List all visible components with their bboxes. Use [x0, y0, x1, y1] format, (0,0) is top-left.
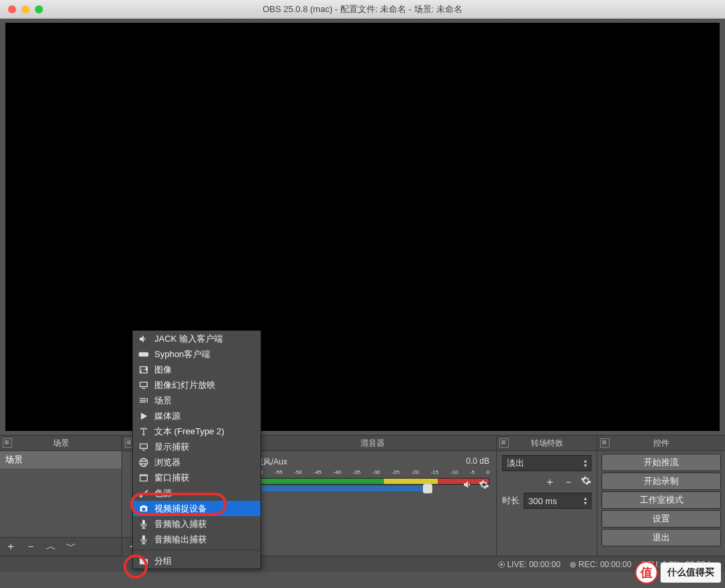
menu-item-label: 场景	[154, 395, 172, 407]
mixer-settings-icon[interactable]	[479, 479, 489, 492]
menu-item-label: 音频输出捕获	[154, 534, 207, 546]
remove-scene-button[interactable]: －	[24, 540, 38, 554]
watermark: 值 什么值得买	[635, 561, 721, 584]
controls-header: 控件	[597, 435, 725, 451]
scenes-panel: 场景 场景 ＋ － ︿ ﹀	[0, 435, 122, 556]
menu-item-label: 浏览器	[154, 456, 181, 469]
preview-area	[0, 19, 725, 435]
controls-body: 开始推流 开始录制 工作室模式 设置 退出	[597, 451, 725, 556]
scenes-header: 场景	[0, 435, 122, 451]
mixer-level: 0.0 dB	[466, 456, 489, 468]
menu-item-play[interactable]: 媒体源	[133, 408, 260, 424]
add-source-menu[interactable]: JACK 输入客户端Syphon客户端图像图像幻灯片放映场景媒体源文本 (Fre…	[132, 330, 261, 569]
image-icon	[138, 364, 149, 375]
status-bar: LIVE: 00:00:00 REC: 00:00:00 CPU: 1.9%, …	[0, 556, 725, 572]
menu-item-micout[interactable]: 音频输出捕获	[133, 532, 260, 547]
globe-icon	[138, 457, 149, 468]
menu-item-label: 色源	[154, 487, 172, 499]
mixer-volume-slider[interactable]	[255, 486, 428, 491]
duration-value: 300 ms	[528, 496, 557, 506]
menu-item-folder[interactable]: 分组	[133, 553, 260, 569]
menu-item-label: 图像幻灯片放映	[154, 379, 215, 391]
mixer-ticks: -60-55-50-45-40-35-30-25-20-15-10-50	[255, 469, 489, 475]
rec-status: REC: 00:00:00	[570, 560, 632, 569]
menu-item-slideshow[interactable]: 图像幻灯片放映	[133, 377, 260, 393]
menu-item-camera[interactable]: 视频捕捉设备	[133, 501, 260, 516]
menu-item-micin[interactable]: 音频输入捕获	[133, 516, 260, 532]
speaker-icon[interactable]	[463, 479, 473, 492]
menu-item-speaker[interactable]: JACK 输入客户端	[133, 331, 260, 346]
menu-item-image[interactable]: 图像	[133, 362, 260, 377]
watermark-badge: 值	[635, 561, 658, 584]
menu-item-label: 媒体源	[154, 410, 181, 422]
window-title: OBS 25.0.8 (mac) - 配置文件: 未命名 - 场景: 未命名	[0, 3, 725, 15]
folder-icon	[138, 556, 149, 567]
start-record-button[interactable]: 开始录制	[601, 473, 721, 490]
popout-icon[interactable]	[3, 438, 12, 448]
transition-settings-button[interactable]	[581, 475, 591, 489]
menu-item-gamepad[interactable]: Syphon客户端	[133, 346, 260, 362]
menu-item-label: 视频捕捉设备	[154, 503, 207, 515]
menu-item-label: 音频输入捕获	[154, 518, 207, 530]
transition-select[interactable]: 淡出 ▴▾	[502, 455, 591, 471]
preview-canvas[interactable]	[5, 23, 720, 431]
gamepad-icon	[138, 349, 149, 360]
transition-selected: 淡出	[507, 457, 524, 469]
move-down-button[interactable]: ﹀	[64, 540, 78, 554]
popout-icon[interactable]	[600, 438, 610, 448]
menu-item-label: JACK 输入客户端	[154, 333, 223, 345]
mixer-meter	[255, 478, 489, 485]
transitions-title: 转场特效	[531, 438, 563, 449]
scene-item[interactable]: 场景	[0, 451, 122, 469]
menu-item-label: 显示捕获	[154, 441, 189, 453]
menu-item-label: 分组	[154, 555, 172, 567]
titlebar: OBS 25.0.8 (mac) - 配置文件: 未命名 - 场景: 未命名	[0, 0, 725, 19]
transitions-panel: 转场特效 淡出 ▴▾ ＋ － 时长 300 ms ▴▾	[497, 435, 597, 556]
menu-item-label: 图像	[154, 364, 172, 376]
scenes-title: 场景	[53, 438, 69, 449]
menu-item-brush[interactable]: 色源	[133, 485, 260, 501]
slideshow-icon	[138, 380, 149, 391]
brush-icon	[138, 488, 149, 499]
add-scene-button[interactable]: ＋	[4, 540, 17, 554]
popout-icon[interactable]	[499, 438, 509, 448]
duration-label: 时长	[502, 495, 520, 507]
mixer-panel: 混音器 克风/Aux 0.0 dB -60-55-50-45-40-35-30-…	[248, 435, 497, 556]
menu-item-text[interactable]: 文本 (FreeType 2)	[133, 424, 260, 439]
duration-input[interactable]: 300 ms ▴▾	[524, 493, 591, 509]
menu-item-window[interactable]: 窗口捕获	[133, 470, 260, 485]
text-icon	[138, 426, 149, 437]
scene-icon	[138, 395, 149, 406]
remove-transition-button[interactable]: －	[562, 475, 575, 489]
scenes-toolbar: ＋ － ︿ ﹀	[0, 537, 122, 556]
play-icon	[138, 411, 149, 422]
mixer-title: 混音器	[360, 438, 385, 449]
start-stream-button[interactable]: 开始推流	[601, 454, 721, 471]
scenes-list[interactable]: 场景	[0, 451, 122, 537]
minimize-window-button[interactable]	[21, 5, 30, 13]
studio-mode-button[interactable]: 工作室模式	[601, 491, 721, 509]
micin-icon	[138, 519, 149, 530]
menu-item-scene[interactable]: 场景	[133, 393, 260, 408]
close-window-button[interactable]	[8, 5, 16, 13]
menu-item-label: Syphon客户端	[154, 348, 210, 360]
select-arrows-icon: ▴▾	[584, 458, 587, 468]
bottom-panels: 场景 场景 ＋ － ︿ ﹀ 来源 ＋ － ︿ ﹀ 混音器	[0, 435, 725, 556]
micout-icon	[138, 534, 149, 545]
maximize-window-button[interactable]	[35, 5, 43, 13]
menu-item-globe[interactable]: 浏览器	[133, 454, 260, 470]
window-icon	[138, 473, 149, 483]
transitions-header: 转场特效	[497, 435, 597, 451]
settings-button[interactable]: 设置	[601, 510, 721, 528]
move-up-button[interactable]: ︿	[44, 540, 58, 554]
display-icon	[138, 442, 149, 452]
transitions-body: 淡出 ▴▾ ＋ － 时长 300 ms ▴▾	[497, 451, 597, 556]
watermark-text: 什么值得买	[661, 562, 721, 583]
menu-item-display[interactable]: 显示捕获	[133, 439, 260, 454]
spinner-icon[interactable]: ▴▾	[584, 496, 587, 505]
exit-button[interactable]: 退出	[601, 529, 721, 546]
add-transition-button[interactable]: ＋	[543, 475, 557, 489]
camera-icon	[138, 503, 149, 514]
menu-item-label: 窗口捕获	[154, 472, 189, 484]
menu-item-label: 文本 (FreeType 2)	[154, 426, 224, 438]
